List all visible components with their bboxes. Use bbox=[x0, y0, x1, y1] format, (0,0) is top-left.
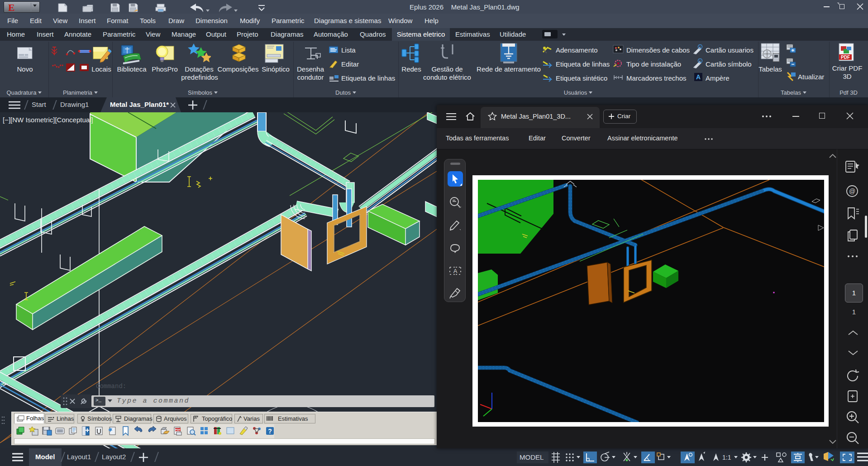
svg-text:A: A bbox=[696, 73, 701, 81]
svg-text:?: ? bbox=[268, 428, 272, 435]
svg-text:MODEL: MODEL bbox=[520, 453, 544, 461]
svg-text:@: @ bbox=[849, 187, 855, 195]
svg-text:1:1: 1:1 bbox=[722, 454, 731, 461]
svg-text:1: 1 bbox=[699, 45, 701, 48]
svg-text:PDF: PDF bbox=[841, 55, 850, 60]
svg-text:PDF: PDF bbox=[175, 428, 181, 431]
svg-text:A: A bbox=[453, 268, 458, 274]
svg-text:1: 1 bbox=[699, 59, 701, 62]
